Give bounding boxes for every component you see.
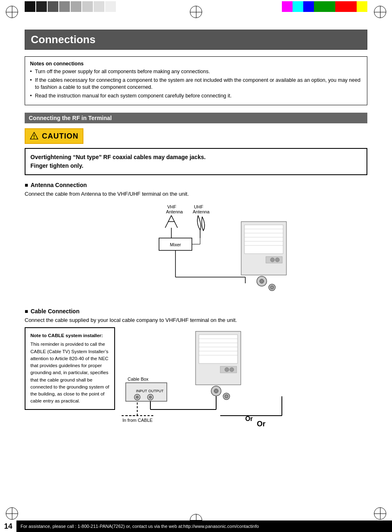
svg-point-30 bbox=[260, 279, 264, 283]
reg-mark-top-center bbox=[190, 6, 202, 18]
svg-text:Mixer: Mixer bbox=[170, 242, 181, 247]
svg-rect-34 bbox=[199, 335, 238, 363]
caution-icon: ! bbox=[30, 132, 39, 141]
cable-note-body: This reminder is provided to call the CA… bbox=[30, 342, 109, 403]
reg-mark-top-left bbox=[6, 6, 18, 18]
warning-line1: Overtightening “Nut type” RF coaxial cab… bbox=[30, 153, 362, 170]
svg-text:!: ! bbox=[33, 134, 35, 140]
reg-mark-bottom-right bbox=[374, 507, 386, 520]
csq-magenta bbox=[282, 1, 293, 12]
cable-desc: Connect the cable supplied by your local… bbox=[25, 317, 367, 323]
svg-text:Antenna: Antenna bbox=[166, 209, 183, 214]
csq-red bbox=[335, 1, 346, 12]
warning-msg-box: Overtightening “Nut type” RF coaxial cab… bbox=[25, 148, 367, 175]
sq-dark1 bbox=[36, 1, 47, 12]
caution-box: ! CAUTION bbox=[25, 128, 83, 144]
sq-mid2 bbox=[71, 1, 81, 12]
svg-text:UHF: UHF bbox=[194, 204, 203, 209]
svg-point-27 bbox=[270, 258, 274, 262]
reg-mark-top-right bbox=[374, 6, 386, 18]
antenna-diagram-area: VHF Antenna UHF Antenna Mixer bbox=[25, 201, 367, 300]
csq-blue bbox=[303, 1, 314, 12]
notes-title: Notes on connections bbox=[30, 61, 362, 67]
main-content: Connections Notes on connections Turn of… bbox=[25, 30, 367, 434]
note-item-3: Read the instruction manual for each sys… bbox=[30, 93, 362, 100]
cable-note-box: Note to CABLE system installer: This rem… bbox=[25, 327, 115, 410]
in-from-cable-label: In from CABLE bbox=[122, 418, 152, 423]
svg-point-42 bbox=[230, 368, 234, 372]
antenna-diagram-svg: VHF Antenna UHF Antenna Mixer bbox=[101, 201, 291, 300]
cable-section-title: Cable Connection bbox=[25, 308, 367, 315]
csq-red2 bbox=[346, 1, 357, 12]
footer-text: For assistance, please call : 1-800-211-… bbox=[21, 524, 259, 529]
page-footer: 14 For assistance, please call : 1-800-2… bbox=[0, 520, 392, 532]
cable-note-title: Note to CABLE system installer: bbox=[30, 332, 109, 339]
cable-note-wrapper: Note to CABLE system installer: This rem… bbox=[25, 327, 367, 434]
csq-cyan bbox=[293, 1, 303, 12]
antenna-section-title: Antenna Connection bbox=[25, 182, 367, 188]
sq-lightest bbox=[105, 1, 116, 12]
rf-section-header: Connecting the RF in Terminal bbox=[25, 113, 367, 123]
sq-dark2 bbox=[48, 1, 58, 12]
antenna-desc: Connect the cable from Antenna to the VH… bbox=[25, 191, 367, 197]
svg-point-54 bbox=[149, 396, 152, 398]
note-item-1: Turn off the power supply for all compon… bbox=[30, 68, 362, 76]
page-title-text: Connections bbox=[31, 33, 95, 46]
svg-rect-20 bbox=[244, 225, 283, 254]
svg-text:VHF: VHF bbox=[167, 204, 176, 209]
cable-section: Cable Connection Connect the cable suppl… bbox=[25, 308, 367, 434]
notes-list: Turn off the power supply for all compon… bbox=[30, 68, 362, 99]
page-title: Connections bbox=[25, 30, 367, 50]
cable-diagram: Cable Box INPUT OUTPUT bbox=[122, 327, 367, 434]
note-item-2: If the cables necessary for connecting a… bbox=[30, 77, 362, 91]
notes-box: Notes on connections Turn off the power … bbox=[25, 56, 367, 105]
svg-point-28 bbox=[275, 258, 279, 262]
color-squares bbox=[282, 1, 367, 12]
svg-point-46 bbox=[225, 395, 228, 398]
svg-point-41 bbox=[225, 368, 229, 372]
svg-point-52 bbox=[136, 396, 138, 398]
svg-text:Antenna: Antenna bbox=[193, 209, 210, 214]
or-label: Or bbox=[257, 420, 265, 428]
svg-point-32 bbox=[270, 286, 274, 289]
csq-green bbox=[314, 1, 325, 12]
grayscale-squares bbox=[25, 1, 116, 12]
reg-mark-bottom-left bbox=[6, 507, 18, 520]
sq-mid1 bbox=[59, 1, 70, 12]
svg-text:OUTPUT: OUTPUT bbox=[148, 389, 164, 393]
svg-text:INPUT: INPUT bbox=[136, 389, 148, 393]
csq-yellow bbox=[357, 1, 367, 12]
caution-label: CAUTION bbox=[42, 132, 78, 141]
sq-light1 bbox=[82, 1, 93, 12]
csq-green2 bbox=[325, 1, 335, 12]
sq-black bbox=[25, 1, 35, 12]
svg-point-44 bbox=[214, 389, 218, 393]
svg-text:Cable Box: Cable Box bbox=[128, 377, 149, 382]
page-number: 14 bbox=[0, 520, 16, 532]
svg-text:Or: Or bbox=[245, 415, 253, 422]
sq-light2 bbox=[94, 1, 104, 12]
